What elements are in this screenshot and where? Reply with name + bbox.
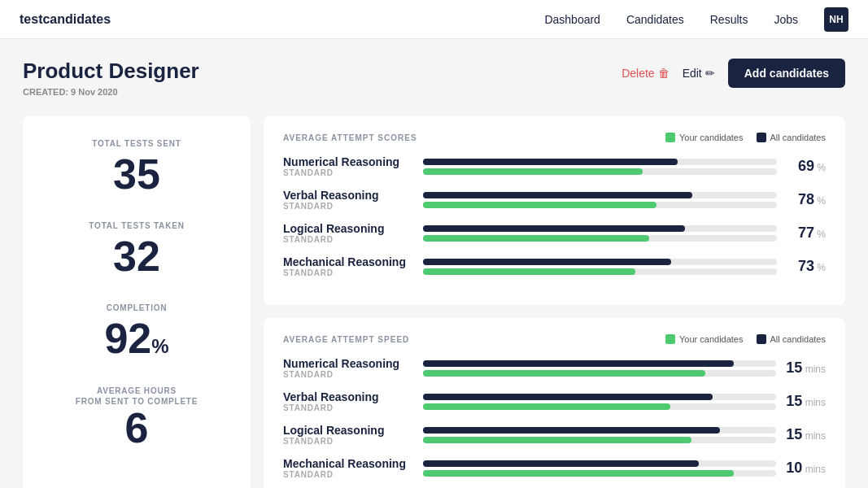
table-row: Logical Reasoning STANDARD 15 mins — [283, 424, 826, 446]
scores-header: AVERAGE ATTEMPT SCORES Your candidates A… — [283, 133, 826, 142]
bar-fill-dark — [423, 460, 699, 467]
bar-label-sub: STANDARD — [283, 470, 413, 479]
table-row: Numerical Reasoning STANDARD 15 mins — [283, 357, 826, 379]
speed-legend-all: All candidates — [757, 334, 827, 344]
bar-label-sub: STANDARD — [283, 235, 413, 244]
table-row: Mechanical Reasoning STANDARD 73 % — [283, 255, 826, 277]
speed-card: AVERAGE ATTEMPT SPEED Your candidates Al… — [264, 318, 845, 488]
scores-legend: Your candidates All candidates — [665, 133, 826, 142]
stat-total-sent: TOTAL TESTS SENT 35 — [42, 139, 231, 195]
created-label: CREATED: — [23, 87, 68, 97]
bar-track-dark — [423, 394, 776, 400]
bar-fill-green — [423, 235, 649, 242]
table-row: Numerical Reasoning STANDARD 69 % — [283, 155, 826, 177]
nav-results[interactable]: Results — [710, 13, 748, 26]
bar-label: Mechanical Reasoning STANDARD — [283, 457, 413, 479]
bar-unit: mins — [802, 464, 826, 475]
speed-legend-your: Your candidates — [665, 334, 744, 344]
brand[interactable]: testcandidates — [20, 12, 111, 27]
bar-track-dark — [423, 225, 777, 232]
bar-value: 15 mins — [786, 426, 826, 443]
bar-label: Logical Reasoning STANDARD — [283, 222, 413, 244]
page-title: Product Designer — [23, 59, 199, 84]
bar-label: Verbal Reasoning STANDARD — [283, 390, 413, 412]
bar-tracks — [423, 159, 777, 175]
bar-unit: mins — [802, 397, 826, 408]
bar-fill-green — [423, 370, 705, 377]
green-dot — [665, 133, 675, 142]
bar-fill-dark — [423, 225, 685, 232]
bar-tracks — [423, 427, 776, 443]
navbar: testcandidates Dashboard Candidates Resu… — [0, 0, 868, 39]
bar-track-green — [423, 268, 777, 275]
bar-label-title: Logical Reasoning — [283, 424, 413, 437]
bar-value: 15 mins — [786, 359, 826, 377]
bar-label: Verbal Reasoning STANDARD — [283, 189, 413, 211]
speed-legend: Your candidates All candidates — [665, 334, 826, 344]
bar-label: Numerical Reasoning STANDARD — [283, 357, 413, 379]
speed-rows: Numerical Reasoning STANDARD 15 mins Ve — [283, 357, 826, 479]
header-actions: Delete 🗑 Edit ✏ Add candidates — [622, 59, 845, 88]
bar-tracks — [423, 192, 777, 208]
bar-fill-green — [423, 268, 635, 275]
page-subtitle: CREATED: 9 Nov 2020 — [23, 87, 199, 97]
bar-label-title: Mechanical Reasoning — [283, 457, 413, 470]
stat-avg-hours: AVERAGE HOURSFROM SENT TO COMPLETE 6 — [42, 386, 231, 449]
bar-value: 69 % — [787, 158, 826, 175]
bar-track-green — [423, 437, 776, 443]
avatar[interactable]: NH — [824, 7, 848, 32]
nav-jobs[interactable]: Jobs — [774, 13, 798, 26]
bar-fill-dark — [423, 394, 713, 400]
bar-track-green — [423, 403, 776, 410]
stats-card: TOTAL TESTS SENT 35 TOTAL TESTS TAKEN 32… — [23, 116, 251, 488]
pencil-icon: ✏ — [705, 67, 715, 80]
bar-tracks — [423, 394, 776, 410]
bar-label-title: Logical Reasoning — [283, 222, 413, 235]
bar-label: Logical Reasoning STANDARD — [283, 424, 413, 446]
bar-track-dark — [423, 360, 776, 367]
nav-dashboard[interactable]: Dashboard — [544, 13, 600, 26]
bar-unit: mins — [802, 364, 826, 375]
bar-unit: % — [814, 162, 826, 173]
bar-label-sub: STANDARD — [283, 370, 413, 379]
bar-label-sub: STANDARD — [283, 403, 413, 412]
bar-label-sub: STANDARD — [283, 268, 413, 277]
dashboard-grid: TOTAL TESTS SENT 35 TOTAL TESTS TAKEN 32… — [23, 116, 845, 488]
bar-label-title: Verbal Reasoning — [283, 390, 413, 403]
edit-button[interactable]: Edit ✏ — [683, 67, 715, 80]
bar-value: 15 mins — [786, 393, 826, 410]
title-block: Product Designer CREATED: 9 Nov 2020 — [23, 59, 199, 97]
table-row: Mechanical Reasoning STANDARD 10 mins — [283, 457, 826, 479]
delete-button[interactable]: Delete 🗑 — [622, 67, 669, 80]
page-header: Product Designer CREATED: 9 Nov 2020 Del… — [23, 59, 845, 97]
bar-fill-green — [423, 437, 691, 443]
scores-rows: Numerical Reasoning STANDARD 69 % Verba — [283, 155, 826, 277]
bar-label-sub: STANDARD — [283, 437, 413, 446]
scores-title: AVERAGE ATTEMPT SCORES — [283, 133, 417, 142]
table-row: Verbal Reasoning STANDARD 15 mins — [283, 390, 826, 412]
nav-links: Dashboard Candidates Results Jobs NH — [544, 7, 848, 32]
created-date: 9 Nov 2020 — [71, 87, 117, 97]
bar-tracks — [423, 259, 777, 275]
nav-candidates[interactable]: Candidates — [626, 13, 684, 26]
bar-label-title: Verbal Reasoning — [283, 189, 413, 202]
page-content: Product Designer CREATED: 9 Nov 2020 Del… — [0, 39, 868, 488]
trash-icon: 🗑 — [658, 67, 670, 80]
bar-track-dark — [423, 192, 777, 198]
bar-track-green — [423, 235, 777, 242]
bar-value: 78 % — [787, 191, 826, 208]
bar-track-dark — [423, 427, 776, 434]
bar-track-green — [423, 202, 777, 208]
stat-completion: COMPLETION 92% — [42, 303, 231, 359]
bar-track-green — [423, 370, 776, 377]
add-candidates-button[interactable]: Add candidates — [728, 59, 845, 88]
bar-track-green — [423, 470, 776, 477]
bar-unit: % — [814, 262, 826, 273]
bar-track-green — [423, 168, 777, 175]
table-row: Logical Reasoning STANDARD 77 % — [283, 222, 826, 244]
bar-label-sub: STANDARD — [283, 202, 413, 211]
charts-col: AVERAGE ATTEMPT SCORES Your candidates A… — [264, 116, 845, 488]
bar-value: 77 % — [787, 224, 826, 242]
completion-label: COMPLETION — [42, 303, 231, 312]
legend-all-candidates: All candidates — [757, 133, 827, 142]
